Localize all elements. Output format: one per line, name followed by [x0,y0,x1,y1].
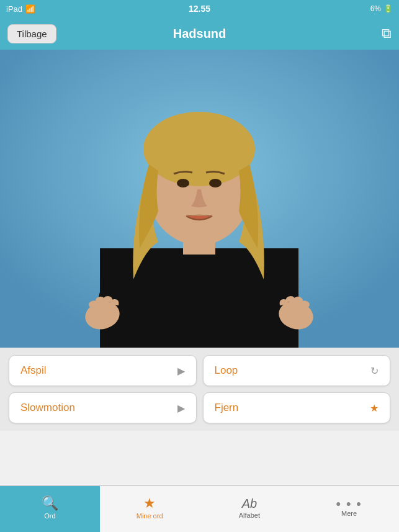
star-icon: ★ [143,497,156,510]
tab-ord-label: Ord [44,512,55,520]
video-content [0,50,399,348]
battery-percent: 6% [370,4,381,13]
slowmo-icon: ▶ [177,402,185,414]
back-button[interactable]: Tilbage [7,24,56,43]
slowmotion-button[interactable]: Slowmotion ▶ [9,392,197,423]
svg-point-7 [209,179,222,187]
nav-bar: Tilbage Hadsund ⧉ [0,17,399,50]
video-area [0,50,399,348]
loop-button[interactable]: Loop ↻ [203,355,391,386]
afspil-button[interactable]: Afspil ▶ [9,355,197,386]
copy-icon[interactable]: ⧉ [382,25,392,42]
tab-bar: 🔍 Ord ★ Mine ord Ab Alfabet ● ● ● Mere [0,485,399,532]
nav-title: Hadsund [173,27,226,41]
alphabet-icon: Ab [242,497,257,510]
tab-alfabet-label: Alfabet [239,512,260,519]
loop-icon: ↻ [370,365,379,377]
more-icon: ● ● ● [336,499,362,508]
battery-icon: 🔋 [383,4,393,13]
fjern-button[interactable]: Fjern ★ [203,392,391,423]
tab-ord[interactable]: 🔍 Ord [0,486,100,532]
controls-area: Afspil ▶ Loop ↻ Slowmotion ▶ Fjern ★ [0,348,399,431]
wifi-icon: 📶 [25,4,35,14]
tab-mere-label: Mere [341,510,357,517]
time-display: 12.55 [189,4,210,14]
tab-mine-ord-label: Mine ord [137,512,163,520]
star-filled-icon: ★ [370,402,379,414]
status-bar: iPad 📶 12.55 6% 🔋 [0,0,399,17]
tab-alfabet[interactable]: Ab Alfabet [200,486,300,532]
device-label: iPad [6,4,22,14]
svg-rect-2 [100,248,298,348]
tab-mere[interactable]: ● ● ● Mere [299,486,399,532]
play-icon: ▶ [177,365,185,377]
search-icon: 🔍 [42,497,58,510]
svg-point-6 [177,179,189,187]
svg-point-5 [143,112,255,186]
tab-mine-ord[interactable]: ★ Mine ord [100,486,200,532]
